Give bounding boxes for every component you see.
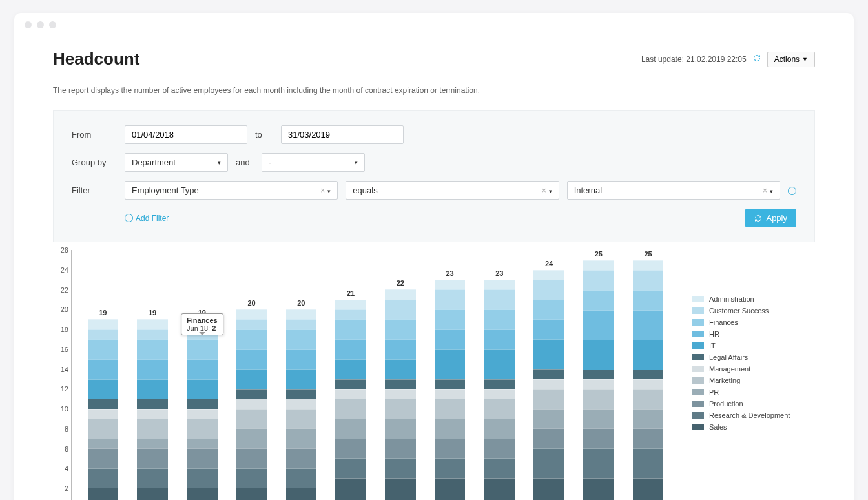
bar-segment[interactable] <box>137 419 168 439</box>
legend-item[interactable]: Production <box>692 400 815 408</box>
bar-segment[interactable] <box>187 439 218 448</box>
clear-icon[interactable]: × <box>763 186 767 195</box>
bar-segment[interactable] <box>88 468 119 488</box>
bar-column[interactable]: 20 <box>276 250 326 500</box>
bar-segment[interactable] <box>137 379 168 399</box>
bar-segment[interactable] <box>385 399 416 419</box>
window-control-min[interactable] <box>37 21 44 28</box>
bar-segment[interactable] <box>484 349 515 379</box>
bar-segment[interactable] <box>286 488 317 500</box>
bar-segment[interactable] <box>633 389 664 409</box>
bar-segment[interactable] <box>484 379 515 389</box>
bar-segment[interactable] <box>435 458 466 478</box>
bar-segment[interactable] <box>583 370 614 379</box>
bar-segment[interactable] <box>236 488 267 500</box>
bar-segment[interactable] <box>633 370 664 379</box>
bar-segment[interactable] <box>187 379 218 399</box>
bar-segment[interactable] <box>583 409 614 429</box>
bar-segment[interactable] <box>236 389 267 399</box>
bar-segment[interactable] <box>236 319 267 329</box>
bar-segment[interactable] <box>286 409 317 429</box>
bar-segment[interactable] <box>236 409 267 429</box>
bar-segment[interactable] <box>533 379 564 389</box>
bar-column[interactable]: 25 <box>623 250 673 500</box>
filter-value-select[interactable]: Internal ×▾ <box>567 181 780 200</box>
from-input[interactable] <box>125 125 247 144</box>
bar-segment[interactable] <box>88 359 119 379</box>
bar-segment[interactable] <box>484 478 515 500</box>
bar-segment[interactable] <box>533 339 564 369</box>
bar-segment[interactable] <box>137 359 168 379</box>
bar-segment[interactable] <box>335 300 366 309</box>
bar-segment[interactable] <box>137 409 168 419</box>
bar-segment[interactable] <box>236 349 267 370</box>
bar-segment[interactable] <box>286 369 317 389</box>
legend-item[interactable]: Customer Success <box>692 307 815 315</box>
bar-segment[interactable] <box>385 339 416 359</box>
bar-segment[interactable] <box>137 468 168 488</box>
bar-segment[interactable] <box>385 478 416 500</box>
window-control-close[interactable] <box>25 21 32 28</box>
bar-segment[interactable] <box>137 329 168 339</box>
bar-segment[interactable] <box>88 488 119 500</box>
bar-segment[interactable] <box>533 409 564 429</box>
bar-segment[interactable] <box>435 439 466 459</box>
bar-segment[interactable] <box>385 389 416 399</box>
bar-segment[interactable] <box>137 488 168 500</box>
bar-segment[interactable] <box>137 448 168 468</box>
bar-segment[interactable] <box>633 409 664 429</box>
bar-segment[interactable] <box>187 488 218 500</box>
to-input[interactable] <box>281 125 404 144</box>
bar-column[interactable]: 24 <box>524 250 574 500</box>
bar-segment[interactable] <box>335 379 366 389</box>
bar-segment[interactable] <box>236 399 267 408</box>
bar-segment[interactable] <box>335 439 366 459</box>
bar-segment[interactable] <box>484 289 515 309</box>
bar-segment[interactable] <box>533 270 564 280</box>
legend-item[interactable]: Finances <box>692 318 815 326</box>
clear-icon[interactable]: × <box>542 186 546 195</box>
bar-segment[interactable] <box>137 439 168 448</box>
bar-segment[interactable] <box>236 448 267 468</box>
bar-segment[interactable] <box>484 309 515 329</box>
bar-column[interactable]: 21 <box>326 250 376 500</box>
bar-segment[interactable] <box>484 419 515 439</box>
bar-segment[interactable] <box>435 419 466 439</box>
legend-item[interactable]: Marketing <box>692 377 815 384</box>
bar-segment[interactable] <box>435 289 466 309</box>
bar-segment[interactable] <box>484 389 515 399</box>
bar-segment[interactable] <box>633 448 664 478</box>
bar-segment[interactable] <box>533 319 564 339</box>
bar-segment[interactable] <box>335 399 366 419</box>
bar-segment[interactable] <box>88 448 119 468</box>
bar-segment[interactable] <box>286 329 317 349</box>
bar-segment[interactable] <box>533 428 564 448</box>
bar-segment[interactable] <box>88 379 119 399</box>
bar-segment[interactable] <box>187 399 218 408</box>
bar-segment[interactable] <box>236 369 267 389</box>
bar-segment[interactable] <box>435 389 466 399</box>
bar-column[interactable]: 25 <box>574 250 624 500</box>
bar-column[interactable]: 19 <box>128 250 178 500</box>
bar-column[interactable]: 20 <box>227 250 276 500</box>
bar-segment[interactable] <box>435 379 466 389</box>
bar-segment[interactable] <box>286 448 317 468</box>
bar-segment[interactable] <box>533 478 564 500</box>
bar-segment[interactable] <box>633 428 664 448</box>
bar-segment[interactable] <box>633 270 664 290</box>
bar-segment[interactable] <box>137 399 168 408</box>
bar-segment[interactable] <box>286 319 317 329</box>
bar-segment[interactable] <box>385 319 416 339</box>
bar-segment[interactable] <box>88 329 119 339</box>
bar-segment[interactable] <box>583 340 614 370</box>
add-condition-button[interactable]: + <box>788 185 796 196</box>
bar-column[interactable]: 23 <box>475 250 524 500</box>
bar-segment[interactable] <box>187 419 218 439</box>
bar-column[interactable]: 23 <box>425 250 475 500</box>
bar-segment[interactable] <box>335 389 366 399</box>
legend-item[interactable]: Sales <box>692 423 815 431</box>
bar-segment[interactable] <box>137 339 168 359</box>
legend-item[interactable]: Legal Affairs <box>692 353 815 361</box>
bar-segment[interactable] <box>236 468 267 488</box>
bar-segment[interactable] <box>385 359 416 379</box>
